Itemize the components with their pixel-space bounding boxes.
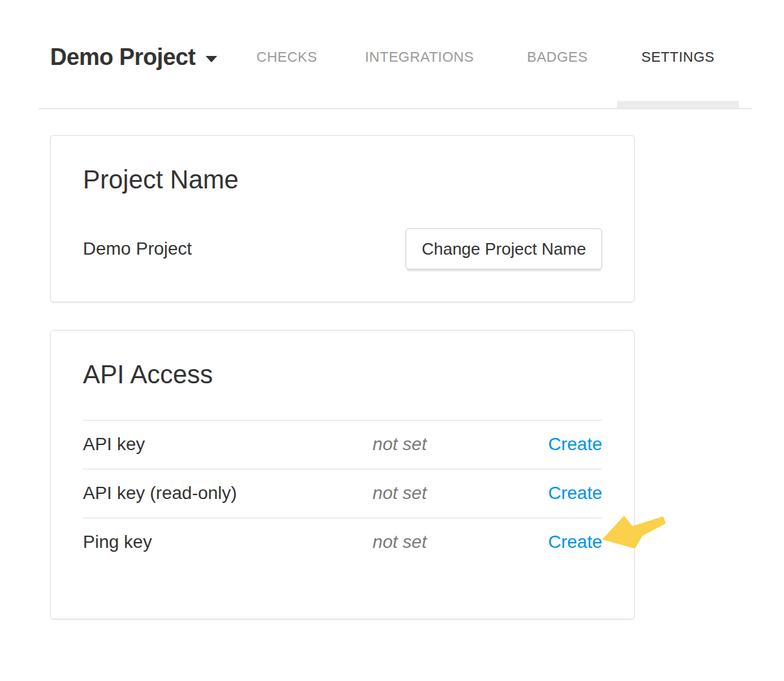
api-key-create-link[interactable]: Create xyxy=(548,434,602,454)
api-access-card: API Access API key not set Create API ke… xyxy=(50,330,635,619)
api-access-card-title: API Access xyxy=(83,359,602,389)
tab-checks-label: CHECKS xyxy=(256,49,317,66)
api-key-readonly-label: API key (read-only) xyxy=(83,469,373,518)
tab-badges-label: BADGES xyxy=(527,49,588,66)
api-key-value: not set xyxy=(373,421,513,469)
table-row-api-key-readonly: API key (read-only) not set Create xyxy=(83,469,602,518)
project-name-row: Demo Project Change Project Name xyxy=(83,228,602,269)
ping-key-label: Ping key xyxy=(83,518,373,567)
ping-key-create-link[interactable]: Create xyxy=(548,532,602,552)
tab-badges[interactable]: BADGES xyxy=(508,0,607,108)
table-row-api-key: API key not set Create xyxy=(83,421,602,469)
caret-down-icon xyxy=(206,56,217,62)
api-keys-table: API key not set Create API key (read-onl… xyxy=(83,420,602,567)
api-key-readonly-create-link[interactable]: Create xyxy=(548,483,602,503)
api-key-readonly-value: not set xyxy=(373,469,513,518)
tab-integrations-label: INTEGRATIONS xyxy=(365,49,474,66)
tab-integrations[interactable]: INTEGRATIONS xyxy=(346,0,493,108)
settings-content: Project Name Demo Project Change Project… xyxy=(39,135,752,619)
tab-settings-label: SETTINGS xyxy=(641,49,715,66)
api-key-label: API key xyxy=(83,421,373,469)
tab-checks[interactable]: CHECKS xyxy=(237,0,337,108)
active-tab-indicator xyxy=(617,101,739,108)
change-project-name-button[interactable]: Change Project Name xyxy=(405,228,602,269)
tab-settings[interactable]: SETTINGS xyxy=(617,0,739,108)
project-name-card: Project Name Demo Project Change Project… xyxy=(50,135,635,302)
project-switcher-dropdown[interactable]: Demo Project xyxy=(50,0,217,108)
project-name-card-title: Project Name xyxy=(83,165,602,194)
table-row-ping-key: Ping key not set Create xyxy=(83,518,602,567)
project-title: Demo Project xyxy=(50,44,195,71)
current-project-name: Demo Project xyxy=(83,239,192,259)
ping-key-value: not set xyxy=(373,518,513,567)
header: Demo Project CHECKS INTEGRATIONS BADGES … xyxy=(39,0,752,109)
